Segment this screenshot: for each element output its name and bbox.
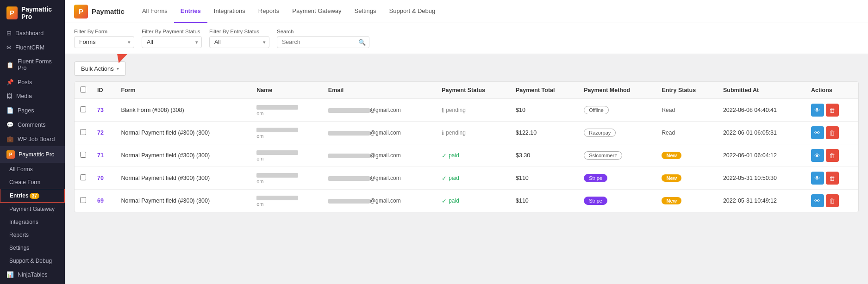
sidebar-item-label: WP Job Board (18, 136, 55, 142)
entry-id-link[interactable]: 72 (97, 130, 104, 136)
delete-entry-button[interactable]: 🗑 (826, 194, 839, 207)
sidebar-logo-icon: P (6, 6, 18, 19)
delete-entry-button[interactable]: 🗑 (826, 149, 839, 162)
header-payment-total: Payment Total (510, 82, 578, 99)
entry-id-link[interactable]: 73 (97, 107, 104, 113)
table-row: 73Blank Form (#308) (308)om@gmail.comℹ p… (75, 99, 858, 122)
header-form: Form (115, 82, 251, 99)
row-checkbox[interactable] (80, 197, 86, 203)
sidebar-item-fluent-forms[interactable]: 📋 Fluent Forms Pro (0, 55, 65, 75)
job-board-icon: 💼 (6, 136, 14, 142)
sidebar-item-fluentcrm[interactable]: ✉ FluentCRM (0, 40, 65, 55)
entries-table-wrapper: ID Form Name Email Payment Status Paymen… (74, 81, 859, 212)
sidebar-item-create-form[interactable]: Create Form (0, 176, 65, 189)
action-buttons: 👁 🗑 (811, 126, 853, 139)
delete-entry-button[interactable]: 🗑 (826, 126, 839, 139)
row-checkbox[interactable] (80, 106, 86, 112)
payment-gateway-label: Payment Gateway (9, 206, 55, 212)
nav-reports[interactable]: Reports (252, 0, 286, 23)
sidebar-item-pages[interactable]: 📄 Pages (0, 103, 65, 117)
search-icon[interactable]: 🔍 (358, 39, 366, 46)
sidebar-item-all-forms[interactable]: All Forms (0, 163, 65, 176)
search-input[interactable] (277, 36, 369, 48)
entry-id-link[interactable]: 69 (97, 198, 104, 204)
sidebar-item-label: FluentCRM (15, 44, 44, 51)
entry-submitted-at: 2022-06-08 04:40:41 (718, 99, 806, 122)
sidebar-item-comments[interactable]: 💬 Comments (0, 117, 65, 132)
view-entry-button[interactable]: 👁 (811, 172, 824, 185)
entries-badge: 37 (30, 193, 39, 199)
table-row: 69Normal Payment field (#300) (300)om@gm… (75, 190, 858, 212)
entry-payment-status: ✓ paid (436, 144, 510, 167)
sidebar-item-ninja-tables[interactable]: 📊 NinjaTables (0, 267, 65, 282)
view-entry-button[interactable]: 👁 (811, 126, 824, 139)
entry-email: @gmail.com (323, 190, 436, 212)
bulk-actions-button[interactable]: Bulk Actions ▾ (74, 62, 126, 76)
blurred-name (256, 128, 298, 132)
entry-status: Read (656, 122, 717, 144)
paid-status: ✓ paid (442, 152, 505, 159)
view-entry-button[interactable]: 👁 (811, 194, 824, 207)
entry-id-link[interactable]: 70 (97, 175, 104, 181)
delete-entry-button[interactable]: 🗑 (826, 172, 839, 185)
nav-settings[interactable]: Settings (348, 0, 383, 23)
filter-by-form-select[interactable]: Forms (74, 36, 134, 48)
entry-payment-total: $3.30 (510, 144, 578, 167)
nav-integrations[interactable]: Integrations (207, 0, 252, 23)
entry-name: om (251, 167, 323, 190)
sidebar-item-dashboard[interactable]: ⊞ Dashboard (0, 26, 65, 40)
view-entry-button[interactable]: 👁 (811, 149, 824, 162)
topnav-logo-text: Paymattic (92, 7, 125, 15)
sidebar-logo-text: Paymattic Pro (21, 6, 58, 20)
row-checkbox[interactable] (80, 174, 86, 180)
nav-entries[interactable]: Entries (174, 0, 207, 23)
sidebar-item-media[interactable]: 🖼 Media (0, 89, 65, 103)
read-status: Read (662, 130, 675, 136)
nav-support-debug[interactable]: Support & Debug (383, 0, 442, 23)
header-entry-status: Entry Status (656, 82, 717, 99)
filter-by-form-group: Filter By Form Forms (74, 29, 134, 48)
bulk-actions-label: Bulk Actions (81, 65, 114, 72)
sidebar-item-settings[interactable]: Settings (0, 241, 65, 254)
filter-by-payment-select[interactable]: All (142, 36, 202, 48)
sidebar-item-payment-gateway[interactable]: Payment Gateway (0, 203, 65, 216)
row-checkbox[interactable] (80, 152, 86, 158)
nav-payment-gateway[interactable]: Payment Gateway (286, 0, 348, 23)
sidebar-item-entries[interactable]: Entries 37 (0, 189, 65, 203)
posts-icon: 📌 (6, 79, 14, 86)
entry-form: Normal Payment field (#300) (300) (115, 122, 251, 144)
table-body: 73Blank Form (#308) (308)om@gmail.comℹ p… (75, 99, 858, 212)
entry-payment-status: ℹ pending (436, 99, 510, 122)
sidebar: P Paymattic Pro ⊞ Dashboard ✉ FluentCRM … (0, 0, 65, 284)
sidebar-item-integrations[interactable]: Integrations (0, 216, 65, 228)
filter-by-payment-group: Filter By Payment Status All (142, 29, 202, 48)
sidebar-item-support-debug[interactable]: Support & Debug (0, 254, 65, 267)
nav-all-forms[interactable]: All Forms (136, 0, 174, 23)
entry-payment-total: $110 (510, 190, 578, 212)
entry-payment-method: Offline (578, 99, 656, 122)
sidebar-item-paymattic[interactable]: P Paymattic Pro (0, 146, 65, 163)
sidebar-item-reports[interactable]: Reports (0, 228, 65, 241)
filter-by-entry-group: Filter By Entry Status All (209, 29, 269, 48)
view-entry-button[interactable]: 👁 (811, 104, 824, 117)
main-content: P Paymattic All Forms Entries Integratio… (65, 0, 868, 284)
entry-payment-total: $122.10 (510, 122, 578, 144)
pending-icon: ℹ (442, 130, 444, 136)
filter-by-payment-wrapper: All (142, 36, 202, 48)
entry-email: @gmail.com (323, 167, 436, 190)
support-debug-label: Support & Debug (9, 258, 52, 264)
header-checkbox-col (75, 82, 92, 99)
payment-method-badge: Sslcommerz (584, 151, 622, 160)
header-actions: Actions (806, 82, 858, 99)
entry-form: Normal Payment field (#300) (300) (115, 144, 251, 167)
header-payment-method: Payment Method (578, 82, 656, 99)
sidebar-item-wp-job-board[interactable]: 💼 WP Job Board (0, 132, 65, 146)
filter-by-entry-select[interactable]: All (209, 36, 269, 48)
row-checkbox[interactable] (80, 129, 86, 135)
entry-status: New (656, 167, 717, 190)
sidebar-item-posts[interactable]: 📌 Posts (0, 75, 65, 89)
delete-entry-button[interactable]: 🗑 (826, 104, 839, 117)
entry-id-link[interactable]: 71 (97, 152, 104, 159)
select-all-checkbox[interactable] (80, 86, 86, 93)
filter-by-entry-wrapper: All (209, 36, 269, 48)
